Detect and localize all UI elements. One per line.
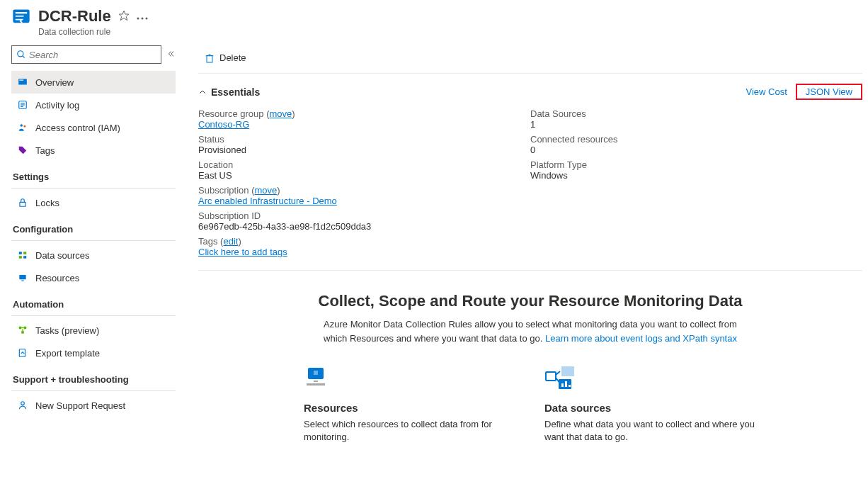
- data-sources-icon: [17, 250, 28, 260]
- svg-rect-17: [20, 202, 25, 206]
- sidebar-section-support: Support + troubleshooting: [13, 374, 176, 385]
- resource-group-label: Resource group: [198, 108, 264, 119]
- sidebar-section-settings: Settings: [13, 171, 176, 182]
- tags-label: Tags: [198, 236, 217, 247]
- json-view-link[interactable]: JSON View: [800, 84, 858, 100]
- status-label: Status: [198, 134, 530, 145]
- subscription-label: Subscription: [198, 185, 249, 196]
- svg-rect-25: [24, 327, 27, 330]
- essentials-toggle[interactable]: Essentials: [198, 86, 260, 98]
- svg-rect-22: [19, 275, 25, 279]
- search-box[interactable]: [11, 45, 161, 64]
- sidebar-item-tasks[interactable]: Tasks (preview): [11, 319, 176, 342]
- card-title: Data sources: [544, 402, 757, 414]
- sidebar: Overview Activity log Access control (IA…: [0, 43, 181, 484]
- delete-label: Delete: [219, 52, 246, 63]
- move-subscription-link[interactable]: move: [255, 185, 278, 196]
- sidebar-item-overview[interactable]: Overview: [11, 71, 176, 94]
- search-input[interactable]: [26, 50, 156, 60]
- sidebar-item-tags[interactable]: Tags: [11, 139, 176, 162]
- subscription-value[interactable]: Arc enabled Infrastructure - Demo: [198, 196, 337, 206]
- svg-point-30: [21, 402, 25, 405]
- chevron-up-icon: [198, 88, 207, 96]
- sidebar-item-export-template[interactable]: Export template: [11, 342, 176, 364]
- essentials-label: Essentials: [211, 86, 260, 98]
- svg-rect-2: [16, 16, 24, 17]
- card-desc: Select which resources to collect data f…: [304, 418, 516, 444]
- sidebar-item-data-sources[interactable]: Data sources: [11, 244, 176, 266]
- svg-rect-42: [565, 381, 567, 387]
- svg-rect-36: [314, 381, 318, 382]
- main-content: Delete Essentials View Cost JSON View Re…: [181, 43, 868, 484]
- svg-point-16: [23, 125, 25, 128]
- favorite-star-icon[interactable]: [118, 10, 130, 23]
- iam-icon: [17, 123, 28, 133]
- sidebar-section-automation: Automation: [13, 299, 176, 310]
- svg-rect-39: [561, 366, 574, 376]
- svg-rect-21: [23, 256, 26, 259]
- resource-type-label: Data collection rule: [38, 27, 857, 37]
- data-sources-label: Data Sources: [530, 108, 862, 119]
- svg-rect-43: [569, 385, 571, 387]
- learn-more-link[interactable]: Learn more about event logs and XPath sy…: [545, 333, 737, 344]
- sidebar-item-label: Overview: [35, 77, 74, 88]
- data-sources-card: Data sources Define what data you want t…: [544, 366, 757, 444]
- location-value: East US: [198, 170, 530, 181]
- resources-card: Resources Select which resources to coll…: [304, 366, 516, 444]
- svg-rect-20: [19, 256, 22, 259]
- collapse-sidebar-icon[interactable]: [167, 50, 176, 60]
- svg-rect-18: [19, 252, 22, 254]
- sidebar-item-new-support-request[interactable]: New Support Request: [11, 394, 176, 417]
- svg-point-4: [137, 17, 139, 19]
- svg-rect-26: [21, 331, 24, 334]
- hero-title: Collect, Scope and Route your Resource M…: [241, 292, 820, 310]
- sidebar-item-label: Data sources: [35, 250, 90, 261]
- edit-tags-link[interactable]: edit: [223, 236, 238, 247]
- sidebar-item-resources[interactable]: Resources: [11, 266, 176, 289]
- svg-rect-37: [307, 383, 325, 385]
- page-title: DCR-Rule: [38, 7, 111, 26]
- sidebar-item-label: Tags: [35, 145, 55, 156]
- divider: [11, 188, 176, 188]
- card-title: Resources: [304, 402, 516, 414]
- view-cost-link[interactable]: View Cost: [740, 84, 792, 100]
- resources-icon: [17, 273, 28, 283]
- resource-group-value[interactable]: Contoso-RG: [198, 119, 249, 130]
- log-icon: [17, 100, 28, 110]
- delete-button[interactable]: Delete: [198, 47, 252, 69]
- export-icon: [17, 348, 28, 358]
- hero-section: Collect, Scope and Route your Resource M…: [198, 271, 862, 444]
- sidebar-item-activity-log[interactable]: Activity log: [11, 94, 176, 116]
- svg-rect-38: [546, 372, 556, 381]
- svg-rect-23: [21, 281, 24, 281]
- svg-marker-3: [119, 11, 128, 20]
- sidebar-item-locks[interactable]: Locks: [11, 191, 176, 214]
- more-actions-icon[interactable]: [137, 11, 148, 22]
- resources-card-icon: [304, 366, 516, 392]
- svg-rect-35: [314, 371, 318, 375]
- location-label: Location: [198, 159, 530, 170]
- overview-icon: [17, 77, 28, 87]
- search-icon: [16, 50, 26, 60]
- svg-point-5: [141, 17, 143, 19]
- svg-line-8: [23, 56, 25, 58]
- svg-rect-41: [561, 383, 564, 387]
- sidebar-section-configuration: Configuration: [13, 224, 176, 235]
- add-tags-link[interactable]: Click here to add tags: [198, 247, 287, 257]
- data-sources-card-icon: [544, 366, 757, 392]
- divider: [11, 390, 176, 391]
- status-value: Provisioned: [198, 145, 530, 155]
- connected-resources-label: Connected resources: [530, 134, 862, 145]
- svg-rect-1: [16, 12, 27, 13]
- svg-rect-10: [19, 80, 23, 81]
- divider: [11, 240, 176, 241]
- svg-rect-31: [207, 55, 212, 62]
- lock-icon: [17, 198, 28, 208]
- svg-point-7: [18, 51, 23, 57]
- support-icon: [17, 400, 28, 410]
- svg-point-15: [21, 124, 23, 127]
- sidebar-item-access-control[interactable]: Access control (IAM): [11, 116, 176, 139]
- command-bar: Delete: [198, 43, 862, 74]
- move-resource-group-link[interactable]: move: [269, 108, 292, 119]
- tags-icon: [17, 145, 28, 155]
